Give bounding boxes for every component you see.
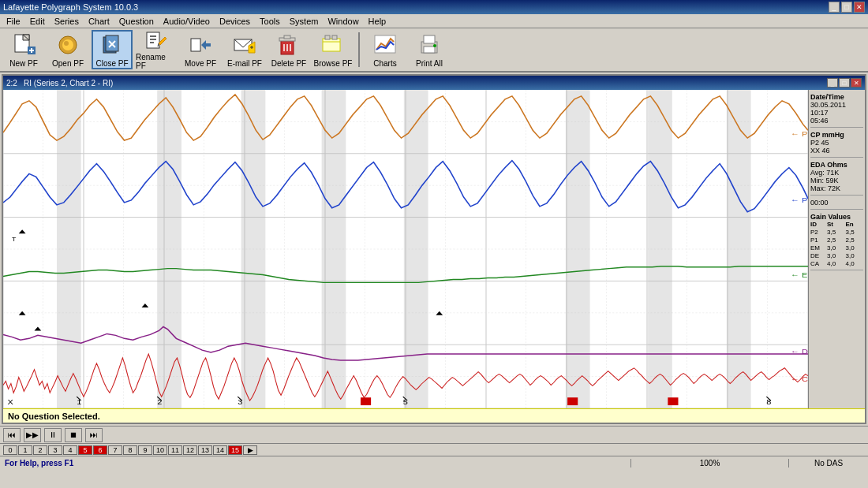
gain-p1-end: 2,5 [846, 237, 864, 244]
menu-window[interactable]: Window [323, 16, 363, 27]
eda-min: Min: 59K [810, 177, 863, 184]
main-area: 2:2 RI (Series 2, Chart 2 - RI) _ □ ✕ [0, 73, 868, 426]
timer-section: 00:00 [810, 199, 863, 210]
menu-devices[interactable]: Devices [215, 16, 255, 27]
svg-rect-29 [323, 39, 340, 51]
svg-text:X: X [7, 398, 13, 406]
timeline-seg-7[interactable]: 7 [108, 445, 122, 455]
timeline-seg-6[interactable]: 6 [93, 445, 107, 455]
svg-rect-25 [284, 35, 290, 39]
timeline-seg-5[interactable]: 5 [78, 445, 92, 455]
svg-marker-18 [201, 40, 211, 50]
chart-title-bar: 2:2 RI (Series 2, Chart 2 - RI) _ □ ✕ [3, 76, 865, 90]
close-pf-button[interactable]: Close PF [92, 30, 133, 69]
cp-section: CP mmHg P2 45 XX 46 [810, 131, 863, 158]
gain-ca-start: 4,0 [827, 260, 845, 267]
timeline-seg-4[interactable]: 4 [63, 445, 77, 455]
print-all-icon [417, 32, 442, 58]
timeline-seg-12[interactable]: 12 [183, 445, 197, 455]
status-zoom: 100% [631, 459, 789, 468]
timeline-next-btn[interactable]: ▶ [243, 445, 257, 455]
open-pf-button[interactable]: Open PF [47, 30, 88, 69]
email-pf-icon [232, 32, 257, 58]
svg-text:← EM 3,0: ← EM 3,0 [791, 271, 808, 279]
chart-minimize-btn[interactable]: _ [827, 78, 838, 88]
timeline-seg-2[interactable]: 2 [33, 445, 47, 455]
move-pf-icon [188, 32, 213, 58]
svg-rect-35 [424, 35, 435, 43]
charts-icon [372, 32, 398, 58]
gain-label: Gain Values [810, 213, 863, 221]
delete-pf-button[interactable]: Delete PF [268, 30, 309, 69]
timeline-seg-8[interactable]: 8 [123, 445, 137, 455]
timeline-seg-0[interactable]: 0 [3, 445, 17, 455]
status-help: For Help, press F1 [0, 459, 631, 468]
timeline-seg-15[interactable]: 15 [228, 445, 242, 455]
gain-p2-start: 3,5 [827, 229, 845, 236]
nav-stop-btn[interactable]: ⏹ [65, 428, 82, 442]
chart-title-buttons: _ □ ✕ [827, 78, 862, 88]
chart-close-btn[interactable]: ✕ [851, 78, 862, 88]
close-pf-icon [99, 32, 125, 58]
nav-first-btn[interactable]: ⏮ [3, 428, 21, 442]
timeline-seg-1[interactable]: 1 [18, 445, 32, 455]
gain-de-id: DE [810, 252, 826, 259]
eda-section: EDA Ohms Avg: 71K Min: 59K Max: 72K [810, 161, 863, 196]
email-pf-button[interactable]: E-mail PF [224, 30, 265, 69]
browse-pf-label: Browse PF [314, 59, 353, 68]
rename-pf-button[interactable]: Rename PF [136, 30, 177, 69]
cp-xx: XX 46 [810, 147, 863, 155]
app-title: Lafayette Polygraph System 10.0.3 [3, 2, 138, 12]
menu-system[interactable]: System [285, 16, 324, 27]
menu-bar: File Edit Series Chart Question Audio/Vi… [0, 14, 868, 28]
title-bar: Lafayette Polygraph System 10.0.3 _ □ ✕ [0, 0, 868, 14]
timeline-seg-10[interactable]: 10 [153, 445, 167, 455]
move-pf-button[interactable]: Move PF [180, 30, 221, 69]
svg-rect-76 [648, 90, 672, 408]
gain-p1-id: P1 [810, 237, 826, 244]
menu-chart[interactable]: Chart [84, 16, 114, 27]
gain-de-start: 3,0 [827, 252, 845, 259]
maximize-btn[interactable]: □ [841, 2, 852, 13]
svg-rect-31 [325, 35, 330, 39]
menu-help[interactable]: Help [364, 16, 391, 27]
svg-text:← P2 3,5: ← P2 3,5 [791, 130, 808, 138]
datetime-label: Date/Time [810, 93, 863, 101]
close-btn[interactable]: ✕ [854, 2, 865, 13]
chart-window: 2:2 RI (Series 2, Chart 2 - RI) _ □ ✕ [2, 74, 866, 424]
minimize-btn[interactable]: _ [829, 2, 840, 13]
timeline-seg-3[interactable]: 3 [48, 445, 62, 455]
chart-maximize-btn[interactable]: □ [839, 78, 850, 88]
nav-forward-btn[interactable]: ▶▶ [24, 428, 41, 442]
svg-rect-12 [147, 32, 159, 48]
svg-text:← DE 3,0: ← DE 3,0 [791, 348, 808, 356]
timeline-seg-11[interactable]: 11 [168, 445, 182, 455]
gain-em-end: 3,0 [846, 244, 864, 251]
browse-pf-button[interactable]: Browse PF [312, 30, 354, 69]
print-all-button[interactable]: Print All [409, 30, 450, 69]
svg-rect-93 [567, 397, 578, 405]
new-pf-icon [11, 32, 36, 58]
new-pf-button[interactable]: New PF [3, 30, 44, 69]
datetime-time1: 10:17 [810, 109, 863, 117]
svg-point-37 [433, 44, 436, 47]
menu-question[interactable]: Question [114, 16, 159, 27]
menu-edit[interactable]: Edit [25, 16, 50, 27]
menu-audio-video[interactable]: Audio/Video [159, 16, 215, 27]
cp-p2: P2 45 [810, 139, 863, 147]
timeline-seg-9[interactable]: 9 [138, 445, 152, 455]
chart-canvas[interactable]: ← P2 3,5 ← P1 2,5 ← EM 3,0 ← DE 3,0 ← CA… [3, 90, 808, 408]
menu-tools[interactable]: Tools [255, 16, 285, 27]
gain-ca-end: 4,0 [846, 260, 864, 267]
new-pf-label: New PF [9, 59, 38, 68]
menu-series[interactable]: Series [50, 16, 84, 27]
timeline-seg-13[interactable]: 13 [198, 445, 212, 455]
nav-pause-btn[interactable]: ⏸ [44, 428, 62, 442]
email-pf-label: E-mail PF [227, 59, 262, 68]
nav-last-btn[interactable]: ⏭ [85, 428, 103, 442]
status-das: No DAS [789, 459, 868, 468]
charts-button[interactable]: Charts [365, 30, 406, 69]
menu-file[interactable]: File [2, 16, 25, 27]
status-bar: For Help, press F1 100% No DAS [0, 456, 868, 470]
timeline-seg-14[interactable]: 14 [213, 445, 227, 455]
